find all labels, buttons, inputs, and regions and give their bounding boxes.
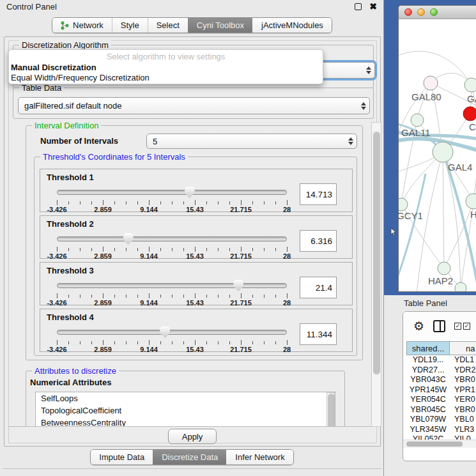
- network-node-ga[interactable]: [464, 78, 476, 92]
- cell-shared-name[interactable]: YBR043C: [406, 375, 450, 385]
- slider-tick-label: 2.859: [94, 252, 112, 260]
- number-of-intervals-combobox[interactable]: 5: [146, 134, 357, 149]
- attributes-list-scrollbar[interactable]: [326, 392, 335, 427]
- table-row[interactable]: YDR27...YDR2: [406, 365, 476, 376]
- network-node[interactable]: [455, 282, 466, 292]
- algorithm-option-equal-width-frequency-discretization[interactable]: Equal Width/Frequency Discretization: [9, 73, 323, 83]
- tab-label: Infer Network: [235, 452, 284, 462]
- select-columns-icon[interactable]: ✓✓: [454, 323, 470, 330]
- slider-tick-label: -3.426: [47, 299, 66, 307]
- cell-name[interactable]: YLR3: [450, 425, 476, 435]
- float-window-icon[interactable]: [355, 3, 362, 10]
- attribute-item-topologicalcoefficient[interactable]: TopologicalCoefficient: [36, 404, 335, 417]
- cell-shared-name[interactable]: YPR145W: [406, 385, 450, 395]
- cell-name[interactable]: YBL0: [450, 415, 476, 425]
- slider-tick: [229, 248, 230, 251]
- network-node-c[interactable]: [463, 107, 476, 121]
- column-header-name[interactable]: na: [450, 341, 476, 355]
- slider-track[interactable]: [57, 283, 287, 288]
- split-columns-icon[interactable]: [433, 320, 445, 332]
- slider-track[interactable]: [57, 236, 287, 242]
- close-traffic-light-icon[interactable]: [404, 8, 412, 16]
- column-header-shared-name[interactable]: shared...: [406, 341, 450, 355]
- table-horizontal-scrollbar[interactable]: [403, 440, 476, 448]
- table-row[interactable]: YBR045CYBR0: [406, 405, 476, 415]
- settings-scrollbar-thumb[interactable]: [373, 132, 380, 374]
- tab-select[interactable]: Select: [148, 18, 188, 33]
- attribute-item-betweennesscentrality[interactable]: BetweennessCentrality: [36, 417, 335, 427]
- threshold-value-input[interactable]: [300, 230, 337, 252]
- slider-tick: [218, 201, 219, 204]
- numerical-attributes-list[interactable]: SelfLoopsTopologicalCoefficientBetweenne…: [35, 392, 335, 427]
- slider-tick: [149, 340, 150, 345]
- threshold-slider[interactable]: -3.4262.8599.14415.4321.71528: [57, 326, 287, 351]
- zoom-traffic-light-icon[interactable]: [430, 8, 438, 16]
- tab-cyni-toolbox[interactable]: Cyni Toolbox: [188, 18, 252, 33]
- cell-shared-name[interactable]: YDL19...: [406, 355, 450, 365]
- slider-tick: [114, 248, 115, 251]
- network-view-window: GAL80GACGAL11GAL4GCY1HHAP2: [398, 5, 476, 292]
- cell-name[interactable]: YER0: [450, 395, 476, 405]
- network-node-h[interactable]: [466, 194, 476, 209]
- threshold-value-input[interactable]: [300, 183, 337, 205]
- tab-network[interactable]: Network: [52, 18, 112, 33]
- tab-infer-network[interactable]: Infer Network: [226, 450, 293, 464]
- network-edge-thick[interactable]: [399, 174, 426, 290]
- settings-scrollbar[interactable]: [371, 122, 381, 427]
- table-data-combobox[interactable]: galFiltered.sif default node: [18, 97, 370, 114]
- table-hscrollbar-thumb[interactable]: [406, 441, 463, 447]
- gear-icon[interactable]: ⚙: [413, 320, 424, 332]
- cell-shared-name[interactable]: YER054C: [406, 395, 450, 405]
- network-node-gal11[interactable]: [411, 114, 424, 127]
- slider-tick: [241, 247, 242, 252]
- slider-tick-label: 2.859: [94, 299, 112, 307]
- cell-name[interactable]: YBR0: [450, 375, 476, 385]
- combo-stepper-icon: [348, 137, 353, 145]
- tab-style[interactable]: Style: [112, 18, 148, 33]
- network-node-label: GAL4: [448, 162, 472, 173]
- threshold-value-input[interactable]: [300, 277, 337, 298]
- algorithm-placeholder-option[interactable]: Select algorithm to view settings: [9, 52, 323, 63]
- table-row[interactable]: YBL079WYBL0: [406, 415, 476, 425]
- tab-discretize-data[interactable]: Discretize Data: [153, 450, 226, 464]
- cell-name[interactable]: YDL1: [450, 355, 476, 365]
- tab-impute-data[interactable]: Impute Data: [91, 450, 153, 464]
- slider-tick: [195, 200, 196, 205]
- slider-track[interactable]: [57, 330, 287, 335]
- network-node-gal80[interactable]: [424, 76, 438, 90]
- threshold-slider[interactable]: -3.4262.8599.14415.4321.71528: [57, 186, 287, 211]
- network-edge[interactable]: [443, 152, 444, 268]
- table-row[interactable]: YPR145WYPR1: [406, 385, 476, 395]
- cell-name[interactable]: YDR2: [450, 365, 476, 376]
- table-row[interactable]: YLR345WYLR3: [406, 425, 476, 435]
- network-node-gal4[interactable]: [433, 142, 453, 162]
- cell-shared-name[interactable]: YBR045C: [406, 405, 450, 415]
- table-row[interactable]: YER054CYER0: [406, 395, 476, 405]
- slider-tick: [241, 293, 242, 298]
- network-node-hap2[interactable]: [438, 262, 450, 275]
- apply-button[interactable]: Apply: [168, 429, 217, 444]
- threshold-slider[interactable]: -3.4262.8599.14415.4321.71528: [57, 279, 287, 305]
- cell-name[interactable]: YPR1: [450, 385, 476, 395]
- algorithm-option-manual-discretization[interactable]: Manual Discretization: [9, 63, 323, 73]
- tab-jactivemnodules[interactable]: jActiveMNodules: [252, 18, 332, 33]
- threshold-slider[interactable]: -3.4262.8599.14415.4321.71528: [57, 233, 287, 258]
- slider-tick: [264, 201, 265, 204]
- threshold-value-input[interactable]: [300, 323, 337, 345]
- cell-shared-name[interactable]: YLR345W: [406, 425, 450, 435]
- network-node-gcy1[interactable]: [399, 198, 408, 211]
- close-icon[interactable]: ✖: [369, 3, 377, 10]
- cell-shared-name[interactable]: YDR27...: [406, 365, 450, 376]
- table-row[interactable]: YDL19...YDL1: [406, 355, 476, 365]
- slider-handle[interactable]: [233, 280, 243, 291]
- slider-handle[interactable]: [123, 233, 134, 245]
- slider-track[interactable]: [57, 190, 287, 195]
- network-canvas[interactable]: GAL80GACGAL11GAL4GCY1HHAP2: [399, 19, 476, 292]
- table-row[interactable]: YBR043CYBR0: [406, 375, 476, 385]
- slider-handle[interactable]: [185, 187, 195, 198]
- cell-shared-name[interactable]: YBL079W: [406, 415, 450, 425]
- cell-name[interactable]: YBR0: [450, 405, 476, 415]
- minimize-traffic-light-icon[interactable]: [417, 8, 425, 16]
- slider-handle[interactable]: [160, 326, 170, 338]
- attribute-item-selfloops[interactable]: SelfLoops: [36, 392, 335, 404]
